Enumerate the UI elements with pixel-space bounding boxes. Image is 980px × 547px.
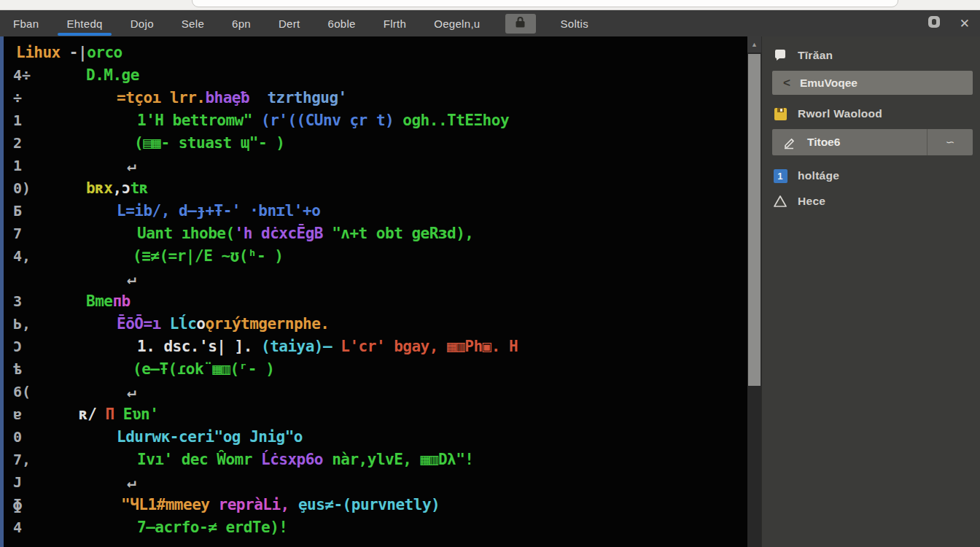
code-segment: "ʌ+t obt geRɜd), [332, 225, 473, 242]
menu-item-ehtedq[interactable]: Ehtedq [56, 10, 112, 36]
info-icon: 1 [772, 168, 788, 183]
line-number: ѣ [4, 360, 45, 378]
line-number: Ь, [4, 315, 45, 333]
code-text: 1'H bettromw" (r'((CUnv çr t) ogh..TtEΞh… [137, 112, 509, 129]
code-text: ↵ [127, 270, 136, 287]
padlock-button[interactable] [505, 14, 536, 34]
scrollbar-thumb[interactable] [748, 54, 761, 386]
code-line: 3Bmeпb [4, 290, 747, 312]
code-line: 7Uant ıhobe('h dċxcĒgB "ʌ+t obt geRɜd), [4, 222, 747, 244]
code-segment: ʀ/ [79, 406, 105, 423]
code-segment: D.M.ge [86, 66, 139, 84]
address-bar[interactable] [192, 0, 898, 7]
code-segment: (e—Ŧ(ɾok¨▦▥(ʳ- ) [133, 360, 274, 378]
sidebar-button-emuvoqee[interactable]: <EmuVoqee [772, 71, 973, 95]
code-segment: Ĺċsxp6o [261, 451, 332, 468]
split-button-dropdown[interactable]: ∽ [928, 129, 973, 155]
line-number: 6( [4, 383, 45, 400]
line-number: 0) [4, 179, 45, 197]
code-line: 1↵ [4, 154, 747, 176]
sidebar-item-rworl-waolood[interactable]: Rworl Waolood [772, 104, 973, 124]
line-number: Ɔ [4, 338, 45, 355]
code-text: 7—acrfo-≠ erdTe)! [137, 519, 287, 536]
code-segment: (≡≠(=r|/E ~ʊ(ʰ- ) [133, 247, 283, 265]
sidebar-item-t-r-an[interactable]: Tīrăan [772, 45, 973, 66]
line-number: 1 [4, 112, 45, 129]
menu-item-sele[interactable]: Sele [171, 10, 214, 36]
split-button-label: Titoe6 [807, 136, 840, 149]
menu-bar: FbanEhtedqDojoSele6pnDert6obleFlrthOegel… [0, 10, 980, 36]
code-line: ѣ(e—Ŧ(ɾok¨▦▥(ʳ- ) [4, 357, 747, 380]
scrollbar-track[interactable]: ▲ [747, 36, 761, 547]
code-segment: Π [105, 406, 122, 423]
code-segment: Uant ıhobe( [137, 225, 235, 242]
code-text: 1. dsc.'s| ]. (taiya)— L'cr' bgay, ▦▥Ph▣… [137, 338, 518, 355]
split-button-main[interactable]: Titoe6 [772, 129, 927, 155]
line-number: ÷ [4, 89, 45, 106]
code-line: ↵ [4, 267, 747, 290]
code-text: =tçoı lrr.bhaȩƀ tzrthgug' [117, 89, 347, 106]
code-text: Ivı' dec Ŵomr Ĺċsxp6o nàr,ylvE, ▦▥Dλ"! [137, 451, 473, 468]
menu-item-oegeln-u[interactable]: Oegeln,u [424, 10, 490, 36]
code-segment: ▦▥Dλ"! [421, 451, 474, 468]
code-segment: Bme [86, 292, 112, 310]
code-text: (▤▦- stuast ɰ"- ) [134, 134, 284, 152]
line-number: 2 [4, 134, 45, 152]
sidebar-item-holt-ge[interactable]: 1holtáge [772, 166, 973, 186]
code-line: БL=ib/, d—ɟ+Ŧ-' ·bnɪl'+o [4, 199, 747, 222]
code-line: ÷=tçoı lrr.bhaȩƀ tzrthgug' [4, 86, 747, 109]
code-text: Uant ıhobe('h dċxcĒgB "ʌ+t obt geRɜd), [137, 225, 473, 242]
code-segment: -·— -··—— ·· [140, 541, 246, 547]
code-segment: tzrthgug' [249, 89, 347, 106]
code-segment: ĒōŌ=ı [117, 315, 170, 333]
code-segment: Ldurwĸ-ceri"og Jnig"o [117, 428, 303, 446]
code-segment: 7—acrfo-≠ erdTe)! [137, 519, 287, 536]
code-segment: orco [87, 44, 122, 61]
line-number: 0 [4, 428, 45, 446]
code-segment: Eʋn' [123, 406, 159, 423]
code-segment: nàr,ylvE, [332, 451, 420, 468]
code-line: 7,Ivı' dec Ŵomr Ĺċsxp6o nàr,ylvE, ▦▥Dλ"! [4, 448, 747, 470]
code-segment: bʀx [86, 179, 112, 197]
code-segment: =tçoı lrr. [117, 89, 205, 106]
terminal-body[interactable]: Lihux -|orco4÷D.M.ge÷=tçoı lrr.bhaȩƀ tzr… [0, 36, 747, 547]
code-segment: Lihux [16, 44, 61, 61]
code-segment: L=ib/, d—ɟ+Ŧ-' ·bnɪl'+o [117, 202, 320, 220]
line-number: 7, [4, 451, 45, 468]
code-segment: repràLi, [219, 496, 298, 513]
sidebar-item-hece[interactable]: Hece [772, 191, 973, 212]
sidebar-item-label: Hece [798, 195, 825, 208]
menu-item-soltis[interactable]: Soltis [551, 10, 599, 36]
code-text: D.M.ge [86, 66, 139, 84]
warning-icon [772, 194, 788, 209]
app-window: FbanEhtedqDojoSele6pnDert6obleFlrthOegel… [0, 0, 980, 547]
code-text: Lihux -|orco [16, 44, 122, 61]
window-controls: ✕ [926, 10, 970, 36]
code-segment: пb [112, 292, 130, 310]
close-icon[interactable]: ✕ [960, 18, 970, 30]
code-line: ɸ"ЧL1#mmeey repràLi, ȩus≠-(purvnetly) [4, 493, 747, 516]
menu-item-flrth[interactable]: Flrth [373, 10, 417, 36]
code-line: 6(↵ [4, 380, 747, 403]
code-line: 4÷D.M.ge [4, 63, 747, 86]
scroll-up-arrow-icon[interactable]: ▲ [747, 36, 761, 53]
code-segment: "ЧL1#mmeey [121, 496, 219, 513]
app-icon[interactable] [926, 15, 942, 32]
line-number: 1 [4, 157, 45, 174]
line-number: 4 [4, 519, 45, 536]
code-segment: Ivı' dec Ŵomr [137, 451, 261, 468]
code-segment: Lĺc [170, 315, 196, 333]
menu-item-dert[interactable]: Dert [268, 10, 311, 36]
menu-item-6pn[interactable]: 6pn [222, 10, 261, 36]
code-text: bʀx,ɔtʀ [86, 179, 148, 197]
menu-item-dojo[interactable]: Dojo [120, 10, 164, 36]
line-number: 4÷ [4, 66, 45, 84]
menu-item-6oble[interactable]: 6oble [318, 10, 366, 36]
menu-item-fban[interactable]: Fban [3, 10, 49, 36]
code-line: 0Ldurwĸ-ceri"og Jnig"o [4, 425, 747, 448]
code-segment: ǫrıýtmgernphe. [205, 315, 329, 333]
code-line: ɐʀ/ Π Eʋn' [4, 403, 747, 425]
code-line: -·— -··—— ·· [4, 538, 747, 547]
save-icon [772, 106, 788, 121]
edit-icon [782, 135, 798, 150]
